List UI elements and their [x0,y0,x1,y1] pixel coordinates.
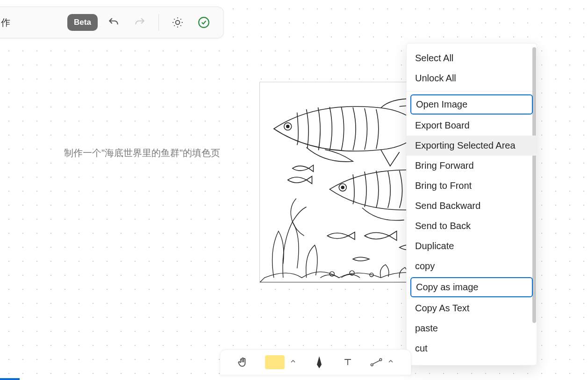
toolbar-partial-text: 作 [1,16,10,29]
menu-item-cut[interactable]: cut [407,338,537,358]
chevron-up-icon [387,358,394,367]
menu-item-send-to-back[interactable]: Send to Back [407,216,537,236]
connector-tool[interactable] [370,356,394,368]
menu-item-paste[interactable]: paste [407,318,537,338]
loading-progress-bar [0,378,20,380]
menu-item-copy-as-text[interactable]: Copy As Text [407,298,537,318]
menu-item-unlock-all[interactable]: Unlock All [407,68,537,88]
pen-tool[interactable] [313,356,325,368]
svg-point-9 [371,364,373,366]
bottom-tool-tray [220,349,411,375]
hand-tool[interactable] [237,356,249,368]
svg-point-3 [287,125,289,128]
sticky-note-tool[interactable] [265,355,297,369]
text-icon [342,356,354,368]
status-ok-icon [194,12,214,33]
canvas-prompt-text[interactable]: 制作一个"海底世界里的鱼群"的填色页 [64,147,220,159]
menu-item-export-board[interactable]: Export Board [407,115,537,136]
menu-item-send-backward[interactable]: Send Backward [407,196,537,216]
svg-point-5 [341,186,344,189]
redo-button[interactable] [129,12,150,33]
menu-item-bring-forward[interactable]: Bring Forward [407,156,537,176]
menu-item-copy[interactable]: copy [407,256,537,276]
svg-point-10 [380,358,382,361]
top-toolbar: 作 Beta [0,7,224,38]
menu-item-copy-as-image[interactable]: Copy as image [410,277,533,297]
menu-item-exporting-selected-area[interactable]: Exporting Selected Area [407,136,537,156]
sticky-note-icon [265,355,285,369]
pen-icon [313,356,325,368]
menu-separator [407,91,537,92]
brightness-button[interactable] [167,12,188,33]
svg-point-0 [176,21,180,25]
chevron-up-icon [289,358,297,367]
connector-icon [370,356,382,368]
hand-icon [237,356,249,368]
menu-item-select-all[interactable]: Select All [407,48,537,68]
menu-item-duplicate[interactable]: Duplicate [407,236,537,256]
menu-item-open-image[interactable]: Open Image [410,94,533,115]
undo-button[interactable] [103,12,124,33]
toolbar-divider [158,14,159,31]
beta-badge: Beta [67,14,98,31]
svg-point-1 [199,17,209,28]
text-tool[interactable] [342,356,354,368]
menu-item-bring-to-front[interactable]: Bring to Front [407,176,537,196]
context-menu: Select All Unlock All Open Image Export … [406,43,537,366]
